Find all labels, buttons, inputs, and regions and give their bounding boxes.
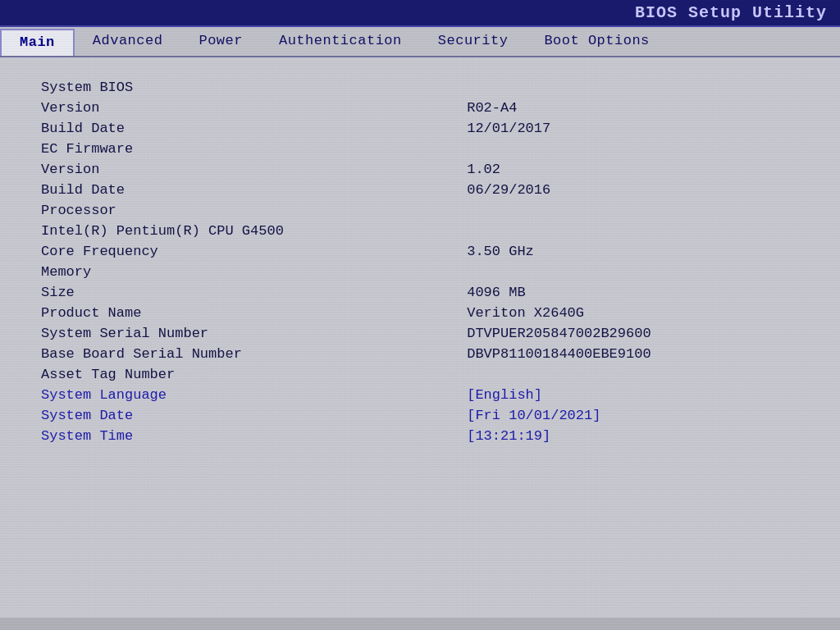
system-time-row[interactable]: System Time [13:21:19] — [41, 426, 815, 446]
ec-version-value: 1.02 — [467, 159, 815, 180]
ec-build-date-row: Build Date 06/29/2016 — [41, 180, 815, 200]
info-table: System BIOS Version R02-A4 Build Date 12… — [41, 77, 815, 446]
navbar: Main Advanced Power Authentication Secur… — [0, 27, 840, 57]
system-time-value[interactable]: [13:21:19] — [467, 426, 815, 446]
processor-name-label: Intel(R) Pentium(R) CPU G4500 — [41, 221, 467, 241]
ec-version-row: Version 1.02 — [41, 159, 815, 180]
system-language-value[interactable]: [English] — [467, 385, 815, 405]
system-bios-row: System BIOS — [41, 77, 815, 98]
processor-label: Processor — [41, 200, 467, 221]
titlebar-text: BIOS Setup Utility — [635, 3, 827, 22]
ec-build-date-value: 06/29/2016 — [467, 180, 815, 200]
asset-tag-label: Asset Tag Number — [41, 364, 467, 385]
memory-size-row: Size 4096 MB — [41, 282, 815, 303]
titlebar: BIOS Setup Utility — [0, 0, 840, 27]
tab-power[interactable]: Power — [180, 27, 261, 56]
product-name-value: Veriton X2640G — [467, 303, 815, 323]
core-freq-label: Core Frequency — [41, 241, 467, 262]
system-bios-label: System BIOS — [41, 77, 467, 98]
memory-row: Memory — [41, 262, 815, 282]
processor-name-row: Intel(R) Pentium(R) CPU G4500 — [41, 221, 815, 241]
tab-advanced[interactable]: Advanced — [75, 27, 181, 56]
content-area: System BIOS Version R02-A4 Build Date 12… — [0, 57, 840, 618]
system-date-label[interactable]: System Date — [41, 405, 467, 426]
memory-size-value: 4096 MB — [467, 282, 815, 303]
system-serial-row: System Serial Number DTVPUER205847002B29… — [41, 323, 815, 344]
tab-boot-options[interactable]: Boot Options — [526, 27, 667, 56]
tab-security[interactable]: Security — [420, 27, 527, 56]
ec-build-date-label: Build Date — [41, 180, 467, 200]
system-date-row[interactable]: System Date [Fri 10/01/2021] — [41, 405, 815, 426]
ec-firmware-label: EC Firmware — [41, 139, 467, 159]
system-serial-value: DTVPUER205847002B29600 — [467, 323, 815, 344]
asset-tag-value — [467, 364, 815, 385]
ec-version-label: Version — [41, 159, 467, 180]
processor-row: Processor — [41, 200, 815, 221]
base-board-serial-value: DBVP81100184400EBE9100 — [467, 344, 815, 364]
memory-size-label: Size — [41, 282, 467, 303]
bios-version-value: R02-A4 — [467, 98, 815, 118]
product-name-row: Product Name Veriton X2640G — [41, 303, 815, 323]
ec-firmware-row: EC Firmware — [41, 139, 815, 159]
core-freq-row: Core Frequency 3.50 GHz — [41, 241, 815, 262]
bios-build-date-row: Build Date 12/01/2017 — [41, 118, 815, 139]
bios-build-date-value: 12/01/2017 — [467, 118, 815, 139]
bios-build-date-label: Build Date — [41, 118, 467, 139]
core-freq-value: 3.50 GHz — [467, 241, 815, 262]
tab-main[interactable]: Main — [0, 29, 75, 56]
system-language-label[interactable]: System Language — [41, 385, 467, 405]
base-board-serial-label: Base Board Serial Number — [41, 344, 467, 364]
bios-version-row: Version R02-A4 — [41, 98, 815, 118]
base-board-serial-row: Base Board Serial Number DBVP81100184400… — [41, 344, 815, 364]
system-language-row[interactable]: System Language [English] — [41, 385, 815, 405]
system-serial-label: System Serial Number — [41, 323, 467, 344]
tab-authentication[interactable]: Authentication — [261, 27, 420, 56]
system-date-value[interactable]: [Fri 10/01/2021] — [467, 405, 815, 426]
bios-version-label: Version — [41, 98, 467, 118]
asset-tag-row: Asset Tag Number — [41, 364, 815, 385]
system-time-label[interactable]: System Time — [41, 426, 467, 446]
memory-label: Memory — [41, 262, 467, 282]
product-name-label: Product Name — [41, 303, 467, 323]
